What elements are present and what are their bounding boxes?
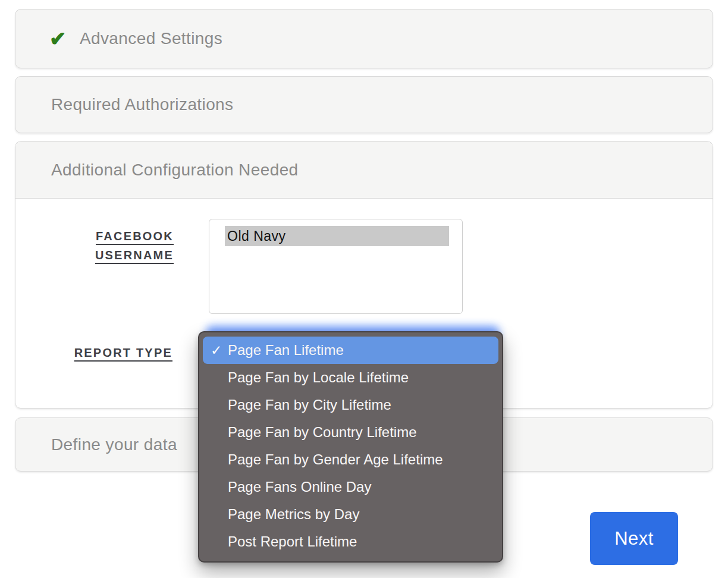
menu-option[interactable]: Page Fans Online Day	[203, 473, 498, 501]
menu-option-label: Page Fan by Country Lifetime	[228, 424, 417, 440]
step-title: Additional Configuration Needed	[51, 161, 299, 180]
menu-option-label: Page Metrics by Day	[228, 506, 359, 522]
menu-option[interactable]: Page Metrics by Day	[203, 501, 498, 528]
report-type-menu[interactable]: ✓Page Fan LifetimePage Fan by Locale Lif…	[198, 331, 503, 563]
menu-option[interactable]: Page Fan by Country Lifetime	[203, 419, 498, 446]
report-type-label: REPORT TYPE	[70, 343, 172, 362]
step-required-authorizations[interactable]: Required Authorizations	[15, 76, 713, 133]
next-button[interactable]: Next	[590, 512, 678, 565]
menu-option[interactable]: ✓Page Fan Lifetime	[203, 337, 498, 364]
menu-option-label: Page Fan Lifetime	[228, 342, 344, 358]
facebook-username-label-line2: USERNAME	[71, 246, 174, 265]
menu-option[interactable]: Page Fan by City Lifetime	[203, 391, 498, 419]
facebook-username-input[interactable]: Old Navy	[209, 219, 463, 314]
facebook-username-label-line1: FACEBOOK	[71, 227, 174, 246]
menu-option-label: Page Fan by Gender Age Lifetime	[228, 451, 443, 467]
menu-option-label: Page Fan by Locale Lifetime	[228, 369, 409, 385]
menu-option-label: Post Report Lifetime	[228, 533, 357, 549]
step-title: Advanced Settings	[80, 29, 222, 48]
menu-option-label: Page Fan by City Lifetime	[228, 397, 391, 413]
menu-option[interactable]: Post Report Lifetime	[203, 528, 498, 555]
selected-check-icon: ✓	[211, 337, 222, 364]
menu-option[interactable]: Page Fan by Gender Age Lifetime	[203, 446, 498, 473]
facebook-username-label: FACEBOOK USERNAME	[71, 227, 174, 265]
completed-check-icon: ✔	[49, 29, 67, 49]
step-title: Required Authorizations	[51, 95, 234, 114]
step-title: Define your data	[51, 435, 177, 454]
menu-option-label: Page Fans Online Day	[228, 479, 371, 495]
facebook-username-selected-text: Old Navy	[225, 226, 449, 246]
step-advanced-settings[interactable]: ✔ Advanced Settings	[15, 9, 713, 68]
menu-option[interactable]: Page Fan by Locale Lifetime	[203, 364, 498, 391]
step-additional-configuration-header[interactable]: Additional Configuration Needed	[15, 142, 713, 199]
